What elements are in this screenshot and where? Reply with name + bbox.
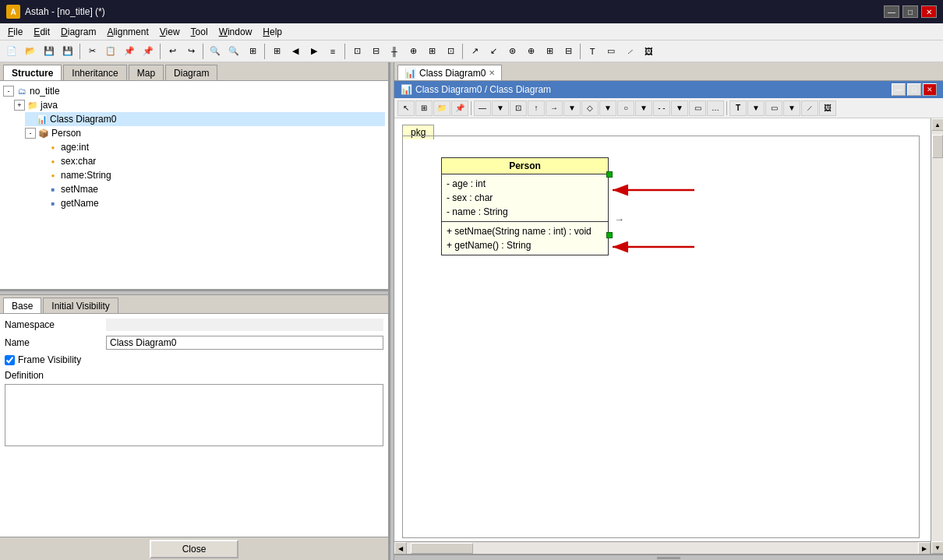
toolbar-zoom-reset[interactable]: ⊞ [244, 43, 261, 60]
toolbar-undo[interactable]: ↩ [164, 43, 181, 60]
dt-rect2[interactable]: ▭ [765, 100, 782, 116]
toolbar-misc4[interactable]: ⊕ [522, 43, 539, 60]
toolbar-more3[interactable]: ╫ [386, 43, 403, 60]
menu-tool[interactable]: Tool [186, 25, 213, 39]
toolbar-paste2[interactable]: 📌 [140, 43, 157, 60]
toolbar-misc3[interactable]: ⊛ [503, 43, 521, 60]
toolbar-copy[interactable]: 📋 [102, 43, 119, 60]
menu-edit[interactable]: Edit [29, 25, 55, 39]
expand-root[interactable]: - [3, 86, 14, 97]
scroll-track-v[interactable] [931, 131, 943, 541]
diag-minimize-btn[interactable]: — [892, 83, 906, 96]
dt-pin[interactable]: 📌 [451, 100, 468, 116]
diagram-tab-class0[interactable]: 📊 Class Diagram0 ✕ [397, 65, 502, 80]
expand-person[interactable]: - [25, 128, 36, 139]
checkbox-framevis[interactable] [5, 355, 15, 365]
scroll-track-h[interactable] [407, 542, 918, 554]
menu-diagram[interactable]: Diagram [56, 25, 101, 39]
tree-node-classdiagram[interactable]: 📊 Class Diagram0 [25, 112, 385, 126]
toolbar-align[interactable]: ≡ [324, 43, 341, 60]
dt-dash2[interactable]: ▼ [671, 100, 688, 116]
dt-diamond2[interactable]: ▼ [599, 100, 616, 116]
tab-map[interactable]: Map [129, 65, 164, 80]
dt-up[interactable]: ↑ [528, 100, 545, 116]
prop-def-area[interactable] [5, 384, 383, 446]
tree-node-age[interactable]: ● age:int [36, 140, 385, 154]
toolbar-save[interactable]: 💾 [41, 43, 58, 60]
toolbar-redo[interactable]: ↪ [182, 43, 200, 60]
dt-folder[interactable]: 📁 [433, 100, 450, 116]
toolbar-zoom-out[interactable]: 🔍 [225, 43, 242, 60]
minimize-button[interactable]: — [884, 5, 899, 18]
dt-T2[interactable]: ▼ [747, 100, 765, 116]
toolbar-extra2[interactable]: ▭ [602, 43, 620, 60]
toolbar-open[interactable]: 📂 [22, 43, 39, 60]
dt-rect[interactable]: ▭ [689, 100, 706, 116]
tree-node-name[interactable]: ● name:String [36, 168, 385, 182]
diagram-canvas[interactable]: pkg Person - age : int - sex : char - na… [394, 118, 943, 554]
class-box-person[interactable]: Person - age : int - sex : char - name :… [441, 157, 609, 255]
dt-line[interactable]: — [474, 100, 491, 116]
dt-image[interactable]: 🖼 [819, 100, 836, 116]
maximize-button[interactable]: □ [902, 5, 918, 18]
prop-tab-base[interactable]: Base [3, 298, 41, 313]
tab-structure[interactable]: Structure [3, 65, 62, 80]
toolbar-table[interactable]: ⊞ [268, 43, 285, 60]
toolbar-new[interactable]: 📄 [3, 43, 20, 60]
bottom-resize-handle[interactable] [394, 554, 943, 560]
tab-inheritance[interactable]: Inheritance [63, 65, 126, 80]
prop-checkbox-framevis[interactable]: Frame Visibility [5, 354, 81, 365]
tree-node-java[interactable]: + 📁 java [14, 98, 385, 112]
toolbar-extra1[interactable]: T [584, 43, 601, 60]
prop-value-namespace[interactable] [106, 319, 383, 331]
toolbar-misc6[interactable]: ⊟ [560, 43, 577, 60]
toolbar-save2[interactable]: 💾 [59, 43, 76, 60]
toolbar-arrow-left[interactable]: ◀ [287, 43, 304, 60]
dt-T[interactable]: T [729, 100, 747, 116]
toolbar-more6[interactable]: ⊡ [442, 43, 459, 60]
tree-node-setnmae[interactable]: ■ setNmae [36, 182, 385, 196]
scroll-right-btn[interactable]: ▶ [918, 542, 931, 554]
toolbar-more2[interactable]: ⊟ [367, 43, 384, 60]
tree-node-person[interactable]: - 📦 Person [25, 126, 385, 140]
tab-diagram[interactable]: Diagram [165, 65, 217, 80]
toolbar-paste[interactable]: 📌 [121, 43, 138, 60]
dt-box[interactable]: ⊡ [510, 100, 527, 116]
toolbar-misc1[interactable]: ↗ [466, 43, 483, 60]
dt-diamond[interactable]: ◇ [581, 100, 599, 116]
menu-view[interactable]: View [155, 25, 185, 39]
dt-arrow2[interactable]: ▼ [563, 100, 581, 116]
diag-maximize-btn[interactable]: □ [907, 83, 921, 96]
menu-window[interactable]: Window [214, 25, 257, 39]
scroll-thumb-h[interactable] [411, 543, 473, 554]
dt-dash[interactable]: - - [653, 100, 670, 116]
diag-close-btn[interactable]: ✕ [923, 83, 937, 96]
dt-circle[interactable]: ○ [617, 100, 634, 116]
toolbar-extra4[interactable]: 🖼 [640, 43, 657, 60]
toolbar-cut[interactable]: ✂ [83, 43, 101, 60]
expand-java[interactable]: + [14, 100, 25, 111]
scroll-thumb-v[interactable] [932, 135, 943, 158]
dt-dots[interactable]: … [707, 100, 724, 116]
toolbar-zoom-in[interactable]: 🔍 [207, 43, 224, 60]
prop-value-name[interactable] [106, 336, 383, 350]
dt-line2[interactable]: ▼ [492, 100, 509, 116]
dt-slash[interactable]: ⟋ [801, 100, 818, 116]
tree-node-getname[interactable]: ■ getName [36, 196, 385, 210]
dt-arrow[interactable]: → [546, 100, 563, 116]
scroll-up-btn[interactable]: ▲ [931, 118, 943, 131]
close-button[interactable]: Close [150, 540, 239, 558]
toolbar-more4[interactable]: ⊕ [404, 43, 422, 60]
toolbar-arrow-right[interactable]: ▶ [306, 43, 323, 60]
diagram-tab-close[interactable]: ✕ [489, 69, 495, 77]
title-bar-controls[interactable]: — □ ✕ [884, 5, 937, 18]
menu-file[interactable]: File [3, 25, 27, 39]
scrollbar-vertical[interactable]: ▲ ▼ [931, 118, 943, 554]
scroll-left-btn[interactable]: ◀ [394, 542, 407, 554]
toolbar-more5[interactable]: ⊞ [423, 43, 440, 60]
toolbar-more1[interactable]: ⊡ [348, 43, 366, 60]
dt-circle2[interactable]: ▼ [635, 100, 652, 116]
tree-node-root[interactable]: - 🗂 no_title [3, 84, 385, 98]
dt-select[interactable]: ↖ [397, 100, 415, 116]
dt-rect3[interactable]: ▼ [783, 100, 800, 116]
